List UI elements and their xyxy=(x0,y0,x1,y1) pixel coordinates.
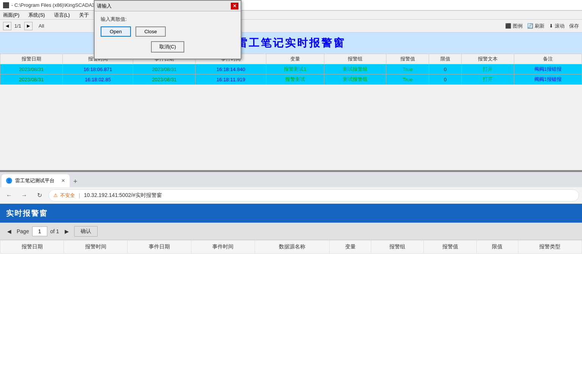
browser-tab-close-button[interactable]: ✕ xyxy=(61,178,65,183)
legend-button[interactable]: ⬛ 图例 xyxy=(505,23,523,29)
web-col-event-time: 事件时间 xyxy=(191,240,255,254)
browser-toolbar: ← → ↻ ⚠ 不安全 | 10.32.192.141:5002/#实时报警窗 xyxy=(0,187,582,204)
page-of-label: of 1 xyxy=(50,228,59,234)
dialog-titlebar: 请输入 ✕ xyxy=(95,1,241,11)
alarm-window-title: 雷工笔记实时报警窗 xyxy=(237,36,345,50)
web-col-type: 报警类型 xyxy=(518,240,582,254)
page-prev-button[interactable]: ◀ xyxy=(5,227,14,236)
web-col-datasource: 数据源名称 xyxy=(255,240,329,254)
dialog-close-dialog-button[interactable]: Close xyxy=(135,26,166,37)
dialog-title: 请输入 xyxy=(97,3,112,9)
security-warning-label: 不安全 xyxy=(60,192,75,199)
alarm-row-2-var: 报警测试 xyxy=(266,74,324,85)
page-number-input[interactable] xyxy=(32,226,47,236)
browser-add-tab-button[interactable]: + xyxy=(70,176,81,187)
alarm-row-1-note: 阀阀1报错报 xyxy=(514,64,582,74)
alarm-row-2-limit: 0 xyxy=(429,74,461,85)
dialog-open-button[interactable]: Open xyxy=(101,26,131,37)
web-col-variable: 变量 xyxy=(330,240,371,254)
web-header: 实时报警窗 xyxy=(0,204,582,223)
browser-address-bar[interactable]: ⚠ 不安全 | 10.32.192.141:5002/#实时报警窗 xyxy=(48,189,579,201)
address-separator: | xyxy=(79,192,80,198)
browser-window: 👤 雷工笔记测试平台 ✕ + ← → ↻ ⚠ 不安全 | 10.32.192.1… xyxy=(0,172,582,392)
browser-tab-label: 雷工笔记测试平台 xyxy=(15,177,54,184)
web-page-title: 实时报警窗 xyxy=(6,208,48,218)
alarm-row-2-value: True xyxy=(386,74,429,85)
alarm-row-1-text: 打开 xyxy=(462,64,514,74)
dialog-cancel-row: 取消(C) xyxy=(101,41,235,53)
col-text: 报警文本 xyxy=(462,54,514,64)
scroll-icon: ⬇ xyxy=(549,23,553,29)
col-variable: 变量 xyxy=(266,54,324,64)
web-col-alarm-time: 报警时间 xyxy=(64,240,128,254)
web-page-content: 实时报警窗 ◀ Page of 1 ▶ 确认 报警日期 报警时间 事件日期 事件… xyxy=(0,204,582,254)
browser-tab-active[interactable]: 👤 雷工笔记测试平台 ✕ xyxy=(2,174,70,187)
web-alarm-table: 报警日期 报警时间 事件日期 事件时间 数据源名称 变量 报警组 报警值 限值 … xyxy=(0,240,582,254)
web-table-header: 报警日期 报警时间 事件日期 事件时间 数据源名称 变量 报警组 报警值 限值 … xyxy=(0,240,582,254)
col-group: 报警组 xyxy=(324,54,386,64)
browser-back-button[interactable]: ← xyxy=(3,189,15,201)
dialog-cancel-button[interactable]: 取消(C) xyxy=(151,41,184,53)
web-col-limit: 限值 xyxy=(476,240,518,254)
page-label: Page xyxy=(17,228,29,234)
dialog-overlay: 请输入 ✕ 输入离散值: Open Close 取消(C) xyxy=(0,0,246,87)
alarm-row-1-var: 报警测试1 xyxy=(266,64,324,74)
alarm-row-1-group: 测试报警组 xyxy=(324,64,386,74)
save-button[interactable]: 保存 xyxy=(569,23,579,29)
web-col-value: 报警值 xyxy=(424,240,476,254)
refresh-icon: 🔄 xyxy=(527,23,533,29)
col-value: 报警值 xyxy=(386,54,429,64)
dialog-input-label: 输入离散值: xyxy=(101,16,235,23)
scada-window: - C:\Program Files (x86)\KingSCADA3.7\My… xyxy=(0,0,582,170)
legend-icon: ⬛ xyxy=(505,23,511,29)
page-next-button[interactable]: ▶ xyxy=(62,227,71,236)
alarm-row-2-text: 打开 xyxy=(462,74,514,85)
dialog-close-button[interactable]: ✕ xyxy=(231,3,238,9)
scroll-button[interactable]: ⬇ 滚动 xyxy=(549,23,565,29)
dialog-body: 输入离散值: Open Close 取消(C) xyxy=(95,11,241,59)
web-col-alarm-date: 报警日期 xyxy=(0,240,64,254)
browser-address-text: 10.32.192.141:5002/#实时报警窗 xyxy=(84,192,162,199)
nav-right-buttons: ⬛ 图例 🔄 刷新 ⬇ 滚动 保存 xyxy=(505,23,579,29)
alarm-row-1-value: True xyxy=(386,64,429,74)
web-col-event-date: 事件日期 xyxy=(128,240,191,254)
alarm-row-2-group: 测试报警组 xyxy=(324,74,386,85)
browser-titlebar: 👤 雷工笔记测试平台 ✕ + xyxy=(0,172,582,187)
dialog-box: 请输入 ✕ 输入离散值: Open Close 取消(C) xyxy=(94,0,241,59)
web-pagination-bar: ◀ Page of 1 ▶ 确认 xyxy=(0,223,582,240)
alarm-row-2-note: 阀阀1报错报 xyxy=(514,74,582,85)
col-limit: 限值 xyxy=(429,54,461,64)
refresh-button[interactable]: 🔄 刷新 xyxy=(527,23,545,29)
security-warning-icon: ⚠ xyxy=(53,192,58,198)
web-col-group: 报警组 xyxy=(371,240,424,254)
col-note: 备注 xyxy=(514,54,582,64)
confirm-button[interactable]: 确认 xyxy=(74,226,98,237)
browser-tab-icon: 👤 xyxy=(6,178,12,184)
alarm-row-1-limit: 0 xyxy=(429,64,461,74)
browser-reload-button[interactable]: ↻ xyxy=(33,189,45,201)
dialog-open-close-row: Open Close xyxy=(101,26,235,37)
browser-forward-button[interactable]: → xyxy=(18,189,30,201)
